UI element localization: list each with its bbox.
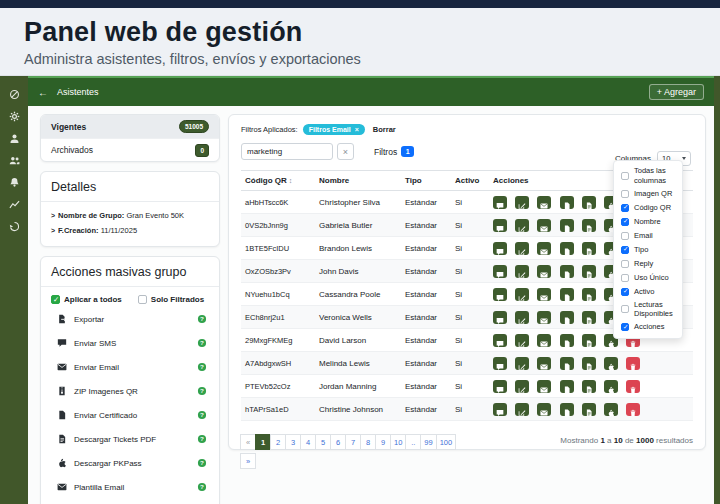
page-button[interactable]: 8	[360, 434, 376, 450]
page-button[interactable]: 7	[345, 434, 361, 450]
row-action-email[interactable]	[537, 288, 551, 301]
row-action-sms[interactable]	[493, 288, 507, 301]
page-button[interactable]: 99	[420, 434, 436, 450]
clear-search-button[interactable]: ×	[337, 143, 354, 160]
sort-icon[interactable]: ↕	[289, 177, 293, 184]
row-action-email[interactable]	[537, 357, 551, 370]
row-action-pkpass[interactable]	[604, 403, 618, 416]
row-action-edit[interactable]	[515, 311, 529, 324]
row-action-email[interactable]	[537, 196, 551, 209]
column-option[interactable]: Código QR	[614, 201, 682, 215]
row-action-certificate[interactable]	[560, 380, 574, 393]
user-icon[interactable]	[9, 130, 20, 141]
row-action-email[interactable]	[537, 242, 551, 255]
bulk-action-item[interactable]: Descargar PKPass ?	[51, 451, 209, 475]
row-action-pkpass[interactable]	[604, 357, 618, 370]
row-action-edit[interactable]	[515, 357, 529, 370]
help-icon[interactable]: ?	[197, 362, 207, 372]
row-action-edit[interactable]	[515, 219, 529, 232]
clear-filters-link[interactable]: Borrar	[373, 125, 396, 134]
row-action-edit[interactable]	[515, 196, 529, 209]
status-tab[interactable]: Vigentes 51005	[41, 115, 219, 138]
back-arrow-icon[interactable]: ←	[38, 87, 48, 98]
page-button[interactable]: »	[240, 453, 256, 469]
page-button[interactable]: 4	[300, 434, 316, 450]
search-input[interactable]	[241, 143, 333, 160]
row-action-sms[interactable]	[493, 357, 507, 370]
column-option[interactable]: Lecturas Disponibles	[614, 299, 682, 321]
column-option[interactable]: Imagen QR	[614, 187, 682, 201]
remove-filter-icon[interactable]: ×	[355, 126, 359, 133]
page-button[interactable]: 6	[330, 434, 346, 450]
row-action-ticket-pdf[interactable]	[582, 311, 596, 324]
row-action-sms[interactable]	[493, 311, 507, 324]
filter-chip[interactable]: Filtros Email ×	[303, 124, 365, 135]
row-action-email[interactable]	[537, 219, 551, 232]
history-icon[interactable]	[9, 218, 20, 229]
bulk-action-item[interactable]: Enviar SMS ?	[51, 331, 209, 355]
help-icon[interactable]: ?	[197, 314, 207, 324]
gear-icon[interactable]	[9, 108, 20, 119]
row-action-pkpass[interactable]	[604, 380, 618, 393]
row-action-certificate[interactable]	[560, 196, 574, 209]
row-action-ticket-pdf[interactable]	[582, 265, 596, 278]
chart-icon[interactable]	[9, 196, 20, 207]
row-action-ticket-pdf[interactable]	[582, 242, 596, 255]
row-action-certificate[interactable]	[560, 288, 574, 301]
help-icon[interactable]: ?	[197, 386, 207, 396]
only-filtered-checkbox[interactable]: Solo Filtrados	[138, 295, 204, 304]
help-icon[interactable]: ?	[197, 338, 207, 348]
page-button[interactable]: 5	[315, 434, 331, 450]
row-action-certificate[interactable]	[560, 311, 574, 324]
row-action-ticket-pdf[interactable]	[582, 380, 596, 393]
bulk-action-item[interactable]: Exportar ?	[51, 307, 209, 331]
row-action-sms[interactable]	[493, 403, 507, 416]
apply-all-checkbox[interactable]: Aplicar a todos	[51, 295, 122, 304]
row-action-email[interactable]	[537, 380, 551, 393]
row-action-edit[interactable]	[515, 242, 529, 255]
column-option[interactable]: Activo	[614, 285, 682, 299]
bulk-action-item[interactable]: Enviar Certificado ?	[51, 403, 209, 427]
row-action-certificate[interactable]	[560, 334, 574, 347]
page-button[interactable]: 3	[285, 434, 301, 450]
row-action-ticket-pdf[interactable]	[582, 403, 596, 416]
row-action-ticket-pdf[interactable]	[582, 334, 596, 347]
row-action-certificate[interactable]	[560, 219, 574, 232]
page-button[interactable]: 9	[375, 434, 391, 450]
page-button[interactable]: ..	[405, 434, 421, 450]
row-action-email[interactable]	[537, 403, 551, 416]
row-action-sms[interactable]	[493, 242, 507, 255]
row-action-certificate[interactable]	[560, 403, 574, 416]
row-action-edit[interactable]	[515, 334, 529, 347]
row-action-email[interactable]	[537, 265, 551, 278]
help-icon[interactable]: ?	[197, 458, 207, 468]
row-action-delete[interactable]	[626, 380, 640, 393]
column-option[interactable]: Tipo	[614, 243, 682, 257]
help-icon[interactable]: ?	[197, 410, 207, 420]
add-button[interactable]: + Agregar	[649, 84, 704, 100]
column-option[interactable]: Email	[614, 229, 682, 243]
row-action-sms[interactable]	[493, 380, 507, 393]
filters-button[interactable]: Filtros	[374, 147, 397, 157]
users-icon[interactable]	[9, 152, 20, 163]
status-tab[interactable]: Archivados 0	[41, 138, 219, 161]
bell-icon[interactable]	[9, 174, 20, 185]
bulk-action-item[interactable]: Descargar Tickets PDF ?	[51, 427, 209, 451]
row-action-certificate[interactable]	[560, 242, 574, 255]
bulk-action-item[interactable]: Plantilla Email ?	[51, 475, 209, 499]
row-action-sms[interactable]	[493, 334, 507, 347]
column-option[interactable]: Uso Único	[614, 271, 682, 285]
row-action-certificate[interactable]	[560, 357, 574, 370]
row-action-ticket-pdf[interactable]	[582, 196, 596, 209]
row-action-delete[interactable]	[626, 357, 640, 370]
row-action-sms[interactable]	[493, 196, 507, 209]
bulk-action-item[interactable]: Enviar Email ?	[51, 355, 209, 379]
row-action-sms[interactable]	[493, 265, 507, 278]
page-button[interactable]: «	[240, 434, 256, 450]
bulk-action-item[interactable]: ZIP Imagenes QR ?	[51, 379, 209, 403]
page-button[interactable]: 10	[390, 434, 406, 450]
row-action-ticket-pdf[interactable]	[582, 357, 596, 370]
help-icon[interactable]: ?	[197, 482, 207, 492]
row-action-ticket-pdf[interactable]	[582, 219, 596, 232]
row-action-email[interactable]	[537, 311, 551, 324]
